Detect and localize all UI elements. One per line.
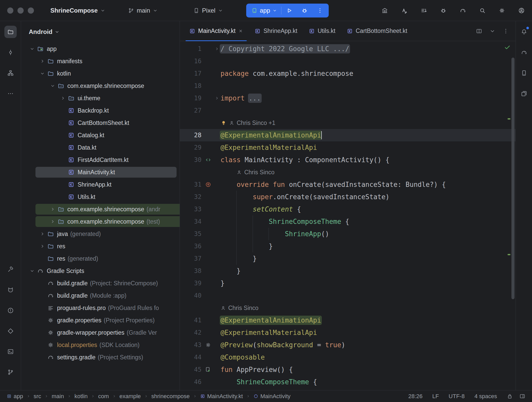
line-number[interactable]: 44 <box>180 351 203 363</box>
line-separator[interactable]: LF <box>432 393 439 400</box>
code-author-lens[interactable]: Chris Sinco +1 <box>180 117 516 129</box>
tree-item-shrineapp-kt[interactable]: ShrineApp.kt <box>21 178 180 191</box>
columns-icon[interactable] <box>381 7 388 14</box>
project-view-selector[interactable]: Android <box>21 21 180 43</box>
tree-item-catalog-kt[interactable]: Catalog.kt <box>21 129 180 141</box>
line-number[interactable]: 27 <box>180 104 203 117</box>
tree-chevron-icon[interactable] <box>48 207 58 212</box>
tab-utils-kt[interactable]: Utils.kt <box>303 21 341 41</box>
tree-chevron-icon[interactable] <box>38 244 47 249</box>
line-number[interactable]: 16 <box>180 55 203 67</box>
breadcrumb-com[interactable]: com <box>98 393 109 400</box>
tree-item-settings-gradle[interactable]: settings.gradle(Project Settings) <box>21 351 180 363</box>
tree-chevron-icon[interactable] <box>27 46 37 51</box>
editor-scrollbar[interactable] <box>511 58 515 299</box>
tab-mainactivity-kt[interactable]: MainActivity.kt <box>184 21 249 41</box>
line-number[interactable]: 31 <box>180 178 203 191</box>
breadcrumb-kotlin[interactable]: kotlin <box>75 393 88 400</box>
breadcrumb-mainactivity-kt[interactable]: MainActivity.kt <box>200 393 243 400</box>
device-manager-tool-button[interactable] <box>518 67 530 79</box>
kebab-icon[interactable] <box>503 28 509 34</box>
inspections-check-icon[interactable] <box>504 44 511 51</box>
tree-chevron-icon[interactable] <box>38 59 47 64</box>
line-number[interactable]: 46 <box>180 376 203 388</box>
line-number[interactable]: 35 <box>180 228 203 240</box>
problems-tool-button[interactable] <box>4 304 17 317</box>
breadcrumb-mainactivity[interactable]: MainActivity <box>253 393 290 400</box>
search-icon[interactable] <box>479 7 486 14</box>
tree-item-mainactivity-kt[interactable]: MainActivity.kt <box>21 166 180 178</box>
tree-item-backdrop-kt[interactable]: Backdrop.kt <box>21 104 180 117</box>
tree-item-com-example-shrinecompose[interactable]: com.example.shrinecompose(andr <box>21 203 180 215</box>
tree-chevron-icon[interactable] <box>38 71 47 76</box>
letter-a-edit-icon[interactable] <box>401 7 408 14</box>
line-number[interactable]: 38 <box>180 265 203 277</box>
line-number[interactable]: 39 <box>180 277 203 289</box>
indent-style[interactable]: 4 spaces <box>474 393 497 400</box>
git-branch-selector[interactable]: main <box>128 7 158 14</box>
lock-icon[interactable] <box>507 393 513 399</box>
tree-chevron-icon[interactable] <box>38 231 47 236</box>
line-number[interactable]: 36 <box>180 240 203 252</box>
line-number[interactable]: 33 <box>180 203 203 215</box>
profile-avatar-icon[interactable] <box>518 7 525 14</box>
tree-item-build-gradle[interactable]: build.gradle(Project: ShrineCompose) <box>21 277 180 289</box>
line-number[interactable]: 32 <box>180 191 203 203</box>
project-folder-tool-button[interactable] <box>4 26 17 38</box>
device-selector[interactable]: Pixel <box>193 7 223 14</box>
gear-gutter-icon[interactable] <box>205 342 211 348</box>
tree-item-gradle-wrapper-properties[interactable]: gradle-wrapper.properties(Gradle Ver <box>21 326 180 339</box>
tree-item-app[interactable]: app <box>21 43 180 55</box>
run-configuration-selector[interactable]: app <box>247 4 281 17</box>
minimize-window-button[interactable] <box>17 7 24 14</box>
tree-item-gradle-properties[interactable]: gradle.properties(Project Properties) <box>21 314 180 326</box>
tree-item-cartbottomsheet-kt[interactable]: CartBottomSheet.kt <box>21 117 180 129</box>
tree-item-gradle-scripts[interactable]: Gradle Scripts <box>21 265 180 277</box>
file-encoding[interactable]: UTF-8 <box>449 393 465 400</box>
settings-icon[interactable] <box>499 7 505 14</box>
line-number[interactable]: 30 <box>180 154 203 166</box>
run-preview-gutter-icon[interactable] <box>205 367 211 373</box>
breadcrumb-src[interactable]: src <box>34 393 41 400</box>
line-number[interactable]: 37 <box>180 252 203 265</box>
tree-item-build-gradle[interactable]: build.gradle(Module :app) <box>21 289 180 302</box>
breadcrumb-main[interactable]: main <box>52 393 64 400</box>
fold-marker-icon[interactable] <box>213 43 221 55</box>
more-tool-button[interactable] <box>4 87 17 100</box>
structure-tool-button[interactable] <box>4 67 17 79</box>
tree-chevron-icon[interactable] <box>48 83 58 88</box>
line-number[interactable]: 17 <box>180 67 203 80</box>
tree-chevron-icon[interactable] <box>27 268 37 273</box>
line-number[interactable]: 41 <box>180 314 203 326</box>
split-editor-icon[interactable] <box>476 28 482 34</box>
tree-chevron-icon[interactable] <box>58 96 68 101</box>
tree-item-utils-kt[interactable]: Utils.kt <box>21 191 180 203</box>
more-run-options-button[interactable] <box>312 4 328 17</box>
tree-item-com-example-shrinecompose[interactable]: com.example.shrinecompose(test) <box>21 215 180 228</box>
build-hammer-tool-button[interactable] <box>4 263 17 276</box>
running-devices-tool-button[interactable] <box>518 87 530 100</box>
fold-marker-icon[interactable] <box>213 92 221 104</box>
close-tab-icon[interactable] <box>238 29 243 33</box>
version-control-tool-button[interactable] <box>4 366 17 378</box>
gradle-sync-icon[interactable] <box>460 7 466 14</box>
tree-item-local-properties[interactable]: local.properties(SDK Location) <box>21 339 180 351</box>
line-number[interactable]: 19 <box>180 92 203 104</box>
panel-right-icon[interactable] <box>519 393 525 399</box>
override-gutter-icon[interactable] <box>205 181 211 188</box>
project-selector[interactable]: ShrineCompose <box>50 7 105 14</box>
line-number[interactable]: 18 <box>180 80 203 92</box>
chevron-down-icon[interactable] <box>489 28 496 34</box>
app-quality-insights-tool-button[interactable] <box>4 325 17 337</box>
tree-item-manifests[interactable]: manifests <box>21 55 180 67</box>
tree-item-res[interactable]: res(generated) <box>21 252 180 265</box>
line-number[interactable]: 42 <box>180 326 203 339</box>
breadcrumb-app[interactable]: app <box>7 393 23 400</box>
tab-cartbottomsheet-kt[interactable]: CartBottomSheet.kt <box>341 21 413 41</box>
run-button[interactable] <box>281 4 297 17</box>
breadcrumb-example[interactable]: example <box>120 393 141 400</box>
terminal-tool-button[interactable] <box>4 345 17 358</box>
markup-gutter-icon[interactable] <box>205 157 211 163</box>
line-number[interactable]: 45 <box>180 363 203 376</box>
line-number[interactable]: 1 <box>180 43 203 55</box>
